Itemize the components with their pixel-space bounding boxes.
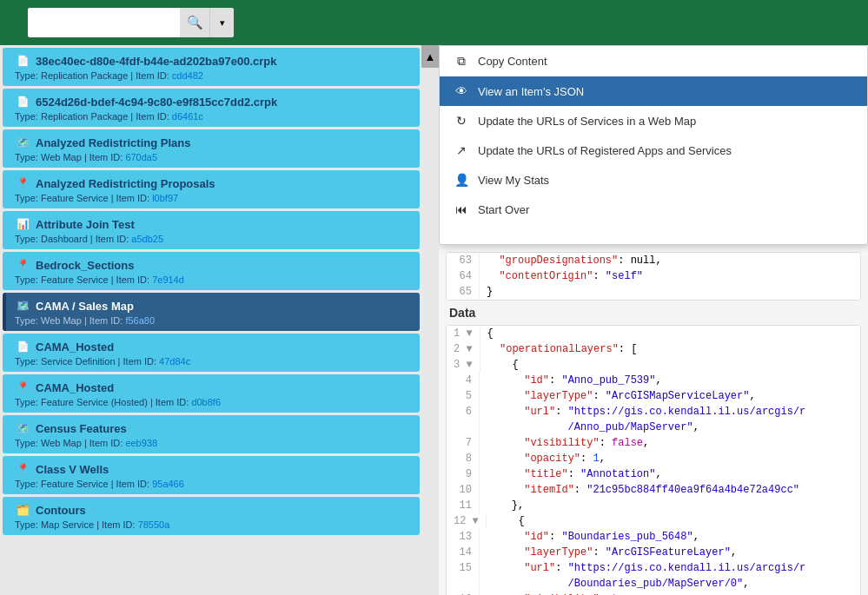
item-title: 🗺️Analyzed Redistricting Plans <box>15 135 411 150</box>
item-id-link[interactable]: 78550a <box>138 519 170 530</box>
line-number: 12 ▼ <box>454 513 487 529</box>
line-content: "opacity": 1, <box>487 451 606 466</box>
code-line: 64 "contentOrigin": "self" <box>447 268 860 284</box>
menu-item-label: View an Item's JSON <box>478 85 584 98</box>
menu-item-copy[interactable]: ⧉Copy Content <box>440 46 867 76</box>
list-item-item10[interactable]: 🗺️Census FeaturesType: Web Map | Item ID… <box>3 415 420 453</box>
item-meta: Type: Service Definition | Item ID: 47d8… <box>15 356 411 367</box>
item-meta: Type: Web Map | Item ID: eeb938 <box>15 438 411 448</box>
line-number: 8 <box>454 451 480 466</box>
line-number: 63 <box>454 253 480 268</box>
list-item-item6[interactable]: 📍Bedrock_SectionsType: Feature Service |… <box>3 252 420 290</box>
item-title-text: CAMA / Sales Map <box>36 300 134 313</box>
list-item-item5[interactable]: 📊Attribute Join TestType: Dashboard | It… <box>3 211 420 249</box>
line-number: 65 <box>454 284 480 300</box>
list-item-item12[interactable]: 🗂️ContoursType: Map Service | Item ID: 7… <box>3 497 420 535</box>
scroll-up-button[interactable]: ▲ <box>421 45 439 68</box>
menu-item-update-urls[interactable]: ↻Update the URLs of Services in a Web Ma… <box>440 106 867 136</box>
item-id-link[interactable]: f56a80 <box>125 315 155 326</box>
search-button[interactable]: 🔍 <box>180 8 209 37</box>
item-type-icon: 🗂️ <box>15 502 30 518</box>
item-id-link[interactable]: eeb938 <box>125 438 157 448</box>
item-id-link[interactable]: 670da5 <box>125 152 157 162</box>
item-id-link[interactable]: d0b8f6 <box>191 397 221 407</box>
menu-item-start-over[interactable]: ⏮Start Over <box>440 195 867 224</box>
item-id-link[interactable]: 47d84c <box>159 356 190 367</box>
item-type-icon: 📊 <box>15 216 30 232</box>
list-item-item11[interactable]: 📍Class V WellsType: Feature Service | It… <box>3 456 420 494</box>
item-title: 📄38ec40ec-d80e-4fdf-b44e-ad202ba97e00.cr… <box>15 53 411 69</box>
code-line: 15 "url": "https://gis.co.kendall.il.us/… <box>447 560 860 592</box>
item-type-icon: 📄 <box>15 339 30 354</box>
item-title-text: Attribute Join Test <box>36 218 135 231</box>
item-meta: Type: Dashboard | Item ID: a5db25 <box>15 234 411 244</box>
list-item-item1[interactable]: 📄38ec40ec-d80e-4fdf-b44e-ad202ba97e00.cr… <box>3 48 420 86</box>
main-layout: ▲ 📄38ec40ec-d80e-4fdf-b44e-ad202ba97e00.… <box>0 45 868 595</box>
line-number: 14 <box>454 545 480 560</box>
search-input[interactable] <box>28 8 180 37</box>
item-title: 📍Analyzed Redistricting Proposals <box>15 175 411 191</box>
item-meta: Type: Feature Service | Item ID: 7e914d <box>15 274 411 285</box>
item-id-link[interactable]: 95a466 <box>152 479 184 489</box>
list-item-item9[interactable]: 📍CAMA_HostedType: Feature Service (Hoste… <box>3 374 420 413</box>
item-title: 📍Bedrock_Sections <box>15 257 411 273</box>
item-title-text: Analyzed Redistricting Proposals <box>36 177 215 190</box>
menu-item-icon: 👁 <box>454 84 469 98</box>
code-line: 6 "url": "https://gis.co.kendall.il.us/a… <box>447 404 860 435</box>
search-dropdown-button[interactable]: ▾ <box>209 8 234 37</box>
content-list: 📄38ec40ec-d80e-4fdf-b44e-ad202ba97e00.cr… <box>0 48 439 535</box>
item-id-link[interactable]: cdd482 <box>172 70 203 81</box>
code-line: 5 "layerType": "ArcGISMapServiceLayer", <box>447 388 860 404</box>
code-line: 1 ▼{ <box>447 326 860 341</box>
code-line: 12 ▼ { <box>447 513 860 529</box>
item-id-link[interactable]: 7e914d <box>152 274 184 285</box>
data-json-block: 1 ▼{2 ▼ "operationalLayers": [3 ▼ {4 "id… <box>446 325 861 595</box>
line-content: "id": "Anno_pub_7539", <box>487 373 662 388</box>
menu-item-view-json[interactable]: 👁View an Item's JSON <box>440 76 867 106</box>
code-line: 13 "id": "Boundaries_pub_5648", <box>447 529 860 545</box>
item-title: 📄CAMA_Hosted <box>15 339 411 354</box>
item-id-link[interactable]: l0bf97 <box>152 193 178 203</box>
line-number: 16 <box>454 592 480 595</box>
item-title: 🗺️Census Features <box>15 420 411 436</box>
list-item-item2[interactable]: 📄6524d26d-bdef-4c94-9c80-e9f815cc7dd2.cr… <box>3 89 420 127</box>
code-line: 65} <box>447 284 860 300</box>
line-content: "url": "https://gis.co.kendall.il.us/arc… <box>487 404 805 435</box>
item-title-text: Bedrock_Sections <box>36 259 134 272</box>
list-item-item3[interactable]: 🗺️Analyzed Redistricting PlansType: Web … <box>3 129 420 168</box>
line-content: "id": "Boundaries_pub_5648", <box>487 529 699 545</box>
line-content: "groupDesignations": null, <box>487 253 662 268</box>
item-id-link[interactable]: a5db25 <box>131 234 163 244</box>
item-title: 📍CAMA_Hosted <box>15 380 411 395</box>
list-item-item4[interactable]: 📍Analyzed Redistricting ProposalsType: F… <box>3 170 420 208</box>
line-number: 5 <box>454 388 480 404</box>
item-title: 📍Class V Wells <box>15 461 411 477</box>
search-bar: 🔍 ▾ <box>28 8 234 37</box>
item-meta: Type: Replication Package | Item ID: d64… <box>15 111 411 122</box>
line-number: 13 <box>454 529 480 545</box>
item-title-text: CAMA_Hosted <box>36 381 114 394</box>
json-viewer[interactable]: 63 "groupDesignations": null,64 "content… <box>439 245 868 595</box>
menu-item-icon: ⏮ <box>454 202 469 216</box>
menu-item-icon: ↻ <box>454 114 469 128</box>
line-content: "operationalLayers": [ <box>487 341 638 357</box>
item-title-text: Class V Wells <box>36 463 109 476</box>
item-id-link[interactable]: d6461c <box>172 111 203 122</box>
item-type-icon: 📄 <box>15 53 30 69</box>
code-line: 10 "itemId": "21c95bc884ff40ea9f64a4b4e7… <box>447 482 860 498</box>
line-content: "visibility": true, <box>487 592 643 595</box>
menu-item-icon: 👤 <box>454 173 469 187</box>
menu-item-view-stats[interactable]: 👤View My Stats <box>440 165 867 195</box>
list-item-item7[interactable]: 🗺️CAMA / Sales MapType: Web Map | Item I… <box>3 293 420 331</box>
line-number: 11 <box>454 498 480 513</box>
item-title-text: 6524d26d-bdef-4c94-9c80-e9f815cc7dd2.crp… <box>36 96 277 109</box>
code-line: 9 "title": "Annotation", <box>447 466 860 482</box>
line-content: "title": "Annotation", <box>487 466 662 482</box>
item-meta: Type: Feature Service | Item ID: 95a466 <box>15 479 411 489</box>
code-line: 16 "visibility": true, <box>447 592 860 595</box>
list-item-item8[interactable]: 📄CAMA_HostedType: Service Definition | I… <box>3 334 420 372</box>
code-line: 3 ▼ { <box>447 357 860 373</box>
menu-item-update-apps[interactable]: ↗Update the URLs of Registered Apps and … <box>440 136 867 165</box>
line-content: "contentOrigin": "self" <box>487 268 643 284</box>
line-content: }, <box>487 498 524 513</box>
